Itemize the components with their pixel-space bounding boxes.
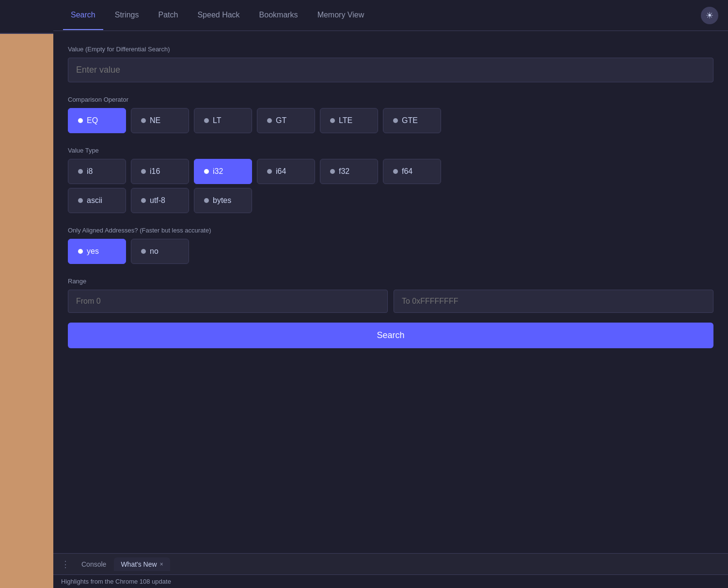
tab-patch[interactable]: Patch xyxy=(151,1,186,30)
gte-dot xyxy=(393,118,398,123)
utf8-label: utf-8 xyxy=(150,196,165,205)
sidebar-strip xyxy=(0,0,53,588)
type-bytes-button[interactable]: bytes xyxy=(194,188,252,213)
lte-dot xyxy=(330,118,335,123)
aligned-label: Only Aligned Addresses? (Faster but less… xyxy=(68,227,713,234)
gt-dot xyxy=(267,118,272,123)
type-f64-button[interactable]: f64 xyxy=(383,159,441,184)
comparison-ne-button[interactable]: NE xyxy=(131,108,189,133)
eq-label: EQ xyxy=(87,116,98,125)
tab-bookmarks[interactable]: Bookmarks xyxy=(252,1,306,30)
comparison-operator-section: Comparison Operator EQ NE LT GT xyxy=(68,96,713,133)
lt-label: LT xyxy=(213,116,221,125)
type-i64-button[interactable]: i64 xyxy=(257,159,315,184)
comparison-gt-button[interactable]: GT xyxy=(257,108,315,133)
ascii-label: ascii xyxy=(87,196,102,205)
ne-dot xyxy=(141,118,146,123)
i32-dot xyxy=(204,169,209,174)
tab-search[interactable]: Search xyxy=(63,1,103,30)
f64-label: f64 xyxy=(402,167,412,176)
lt-dot xyxy=(204,118,209,123)
comparison-gte-button[interactable]: GTE xyxy=(383,108,441,133)
aligned-yes-button[interactable]: yes xyxy=(68,239,126,264)
gte-label: GTE xyxy=(402,116,418,125)
utf8-dot xyxy=(141,198,146,203)
tab-speed-hack[interactable]: Speed Hack xyxy=(190,1,247,30)
eq-dot xyxy=(78,118,83,123)
yes-label: yes xyxy=(87,247,99,256)
ne-label: NE xyxy=(150,116,160,125)
tab-strings[interactable]: Strings xyxy=(107,1,147,30)
i64-dot xyxy=(267,169,272,174)
type-i8-button[interactable]: i8 xyxy=(68,159,126,184)
status-text: Highlights from the Chrome 108 update xyxy=(61,578,171,585)
main-container: Search Strings Patch Speed Hack Bookmark… xyxy=(53,0,728,588)
i8-label: i8 xyxy=(87,167,93,176)
range-label: Range xyxy=(68,278,713,285)
comparison-lt-button[interactable]: LT xyxy=(194,108,252,133)
aligned-section: Only Aligned Addresses? (Faster but less… xyxy=(68,227,713,264)
comparison-eq-button[interactable]: EQ xyxy=(68,108,126,133)
sidebar-orange xyxy=(0,34,53,588)
i64-label: i64 xyxy=(276,167,286,176)
tab-memory-view[interactable]: Memory View xyxy=(310,1,372,30)
value-type-section: Value Type i8 i16 i32 i64 xyxy=(68,147,713,213)
bottom-bar: ⋮ Console What's New × xyxy=(53,553,728,574)
bytes-label: bytes xyxy=(213,196,231,205)
type-utf8-button[interactable]: utf-8 xyxy=(131,188,189,213)
close-whats-new-icon[interactable]: × xyxy=(160,561,163,568)
comparison-label: Comparison Operator xyxy=(68,96,713,103)
range-from-input[interactable] xyxy=(68,290,388,313)
range-to-input[interactable] xyxy=(394,290,713,313)
bottom-bar-menu-dots[interactable]: ⋮ xyxy=(57,559,74,570)
search-button[interactable]: Search xyxy=(68,323,713,348)
value-label: Value (Empty for Differential Search) xyxy=(68,46,713,53)
content-area: Value (Empty for Differential Search) Co… xyxy=(53,31,728,553)
sidebar-dark-section xyxy=(0,0,53,34)
status-bar: Highlights from the Chrome 108 update xyxy=(53,574,728,588)
bottom-tab-console[interactable]: Console xyxy=(75,557,113,571)
yes-dot xyxy=(78,249,83,254)
value-input[interactable] xyxy=(68,58,713,82)
range-inputs xyxy=(68,290,713,313)
f64-dot xyxy=(393,169,398,174)
bytes-dot xyxy=(204,198,209,203)
type-i32-button[interactable]: i32 xyxy=(194,159,252,184)
i16-label: i16 xyxy=(150,167,160,176)
range-section: Range Search xyxy=(68,278,713,348)
aligned-button-group: yes no xyxy=(68,239,713,264)
value-input-section: Value (Empty for Differential Search) xyxy=(68,46,713,82)
type-ascii-button[interactable]: ascii xyxy=(68,188,126,213)
bottom-tab-whats-new[interactable]: What's New × xyxy=(114,557,170,571)
tab-bar: Search Strings Patch Speed Hack Bookmark… xyxy=(53,0,728,31)
comparison-lte-button[interactable]: LTE xyxy=(320,108,378,133)
ascii-dot xyxy=(78,198,83,203)
no-label: no xyxy=(150,247,158,256)
type-f32-button[interactable]: f32 xyxy=(320,159,378,184)
value-type-label: Value Type xyxy=(68,147,713,154)
comparison-button-group: EQ NE LT GT LTE xyxy=(68,108,713,133)
value-type-button-group-row1: i8 i16 i32 i64 f32 xyxy=(68,159,713,184)
aligned-no-button[interactable]: no xyxy=(131,239,189,264)
i32-label: i32 xyxy=(213,167,223,176)
f32-label: f32 xyxy=(339,167,349,176)
i16-dot xyxy=(141,169,146,174)
type-i16-button[interactable]: i16 xyxy=(131,159,189,184)
no-dot xyxy=(141,249,146,254)
i8-dot xyxy=(78,169,83,174)
whats-new-label: What's New xyxy=(121,560,157,568)
f32-dot xyxy=(330,169,335,174)
settings-icon-button[interactable]: ☀ xyxy=(701,7,718,24)
gt-label: GT xyxy=(276,116,286,125)
value-type-button-group-row2: ascii utf-8 bytes xyxy=(68,188,713,213)
gear-icon: ☀ xyxy=(706,10,713,21)
lte-label: LTE xyxy=(339,116,352,125)
